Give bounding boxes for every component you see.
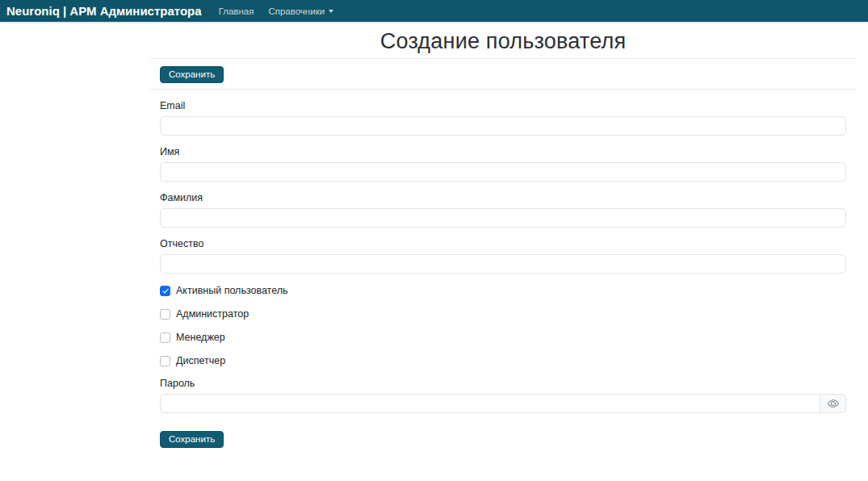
page-title: Создание пользователя: [150, 27, 856, 56]
first-name-label: Имя: [160, 146, 846, 157]
create-user-form: Email Имя Фамилия Отчество Активный поль…: [150, 100, 856, 464]
email-label: Email: [160, 100, 846, 111]
active-user-checkbox-label[interactable]: Активный пользователь: [176, 285, 288, 296]
nav-link-home[interactable]: Главная: [213, 5, 260, 18]
nav-link-directories[interactable]: Справочники: [262, 5, 339, 18]
save-button-bottom[interactable]: Сохранить: [160, 431, 224, 448]
last-name-label: Фамилия: [160, 192, 846, 203]
manager-checkbox[interactable]: [160, 333, 170, 343]
navbar: Neuroniq | АРМ Администратора Главная Сп…: [0, 0, 868, 22]
last-name-field-group: Фамилия: [150, 192, 856, 228]
password-input-group: [160, 394, 846, 413]
dispatcher-checkbox[interactable]: [160, 356, 170, 366]
first-name-field[interactable]: [160, 162, 846, 182]
middle-name-field[interactable]: [160, 254, 846, 274]
submit-row: Сохранить: [150, 431, 856, 464]
navbar-nav: Главная Справочники: [213, 5, 339, 18]
navbar-brand[interactable]: Neuroniq | АРМ Администратора: [6, 4, 202, 18]
administrator-checkbox-label[interactable]: Администратор: [176, 308, 249, 320]
checkbox-row-dispatcher: Диспетчер: [150, 354, 856, 367]
middle-name-field-group: Отчество: [150, 238, 856, 274]
first-name-field-group: Имя: [150, 146, 856, 182]
checkbox-row-administrator: Администратор: [150, 307, 856, 320]
checkbox-row-manager: Менеджер: [150, 331, 856, 344]
checkbox-row-active-user: Активный пользователь: [150, 284, 856, 297]
divider-toolbar: [150, 89, 856, 90]
email-field-group: Email: [150, 100, 856, 136]
email-field[interactable]: [160, 116, 846, 136]
password-field[interactable]: [160, 394, 820, 413]
last-name-field[interactable]: [160, 208, 846, 228]
middle-name-label: Отчество: [160, 238, 846, 249]
password-visibility-button[interactable]: [820, 394, 846, 413]
password-label: Пароль: [160, 378, 846, 389]
eye-icon: [828, 398, 839, 409]
toolbar: Сохранить: [150, 59, 856, 89]
password-field-group: Пароль: [150, 378, 856, 413]
manager-checkbox-label[interactable]: Менеджер: [176, 332, 225, 343]
administrator-checkbox[interactable]: [160, 309, 170, 320]
save-button-top[interactable]: Сохранить: [160, 66, 224, 83]
active-user-checkbox[interactable]: [160, 286, 170, 296]
main-content: Создание пользователя Сохранить Email Им…: [150, 27, 856, 464]
dispatcher-checkbox-label[interactable]: Диспетчер: [176, 355, 225, 366]
chevron-down-icon: [329, 10, 333, 13]
nav-link-directories-label: Справочники: [268, 6, 325, 16]
